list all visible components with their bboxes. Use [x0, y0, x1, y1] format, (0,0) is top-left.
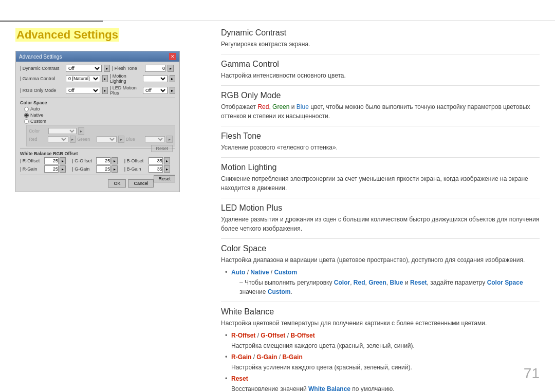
- divider-2: [221, 85, 540, 86]
- section-motion-lighting: Motion Lighting Снижение потребления эле…: [221, 163, 540, 193]
- link-blue2: Blue: [390, 279, 403, 286]
- sub-rgb-gain: Настройка усиления каждого цвета (красны…: [231, 363, 540, 372]
- bullet-rgb-offset: R-Offset / G-Offset / B-Offset Настройка…: [225, 331, 540, 350]
- section-flesh-tone: Flesh Tone Усиление розового «телесного …: [221, 132, 540, 152]
- label-rgb-only-mode: | RGB Only Mode: [20, 88, 64, 93]
- input-g-gain[interactable]: [96, 165, 110, 173]
- section-gamma-control: Gamma Control Настройка интенсивности ос…: [221, 60, 540, 80]
- text-led-motion-plus: Удаление размытия и дрожания из сцен с б…: [221, 215, 540, 233]
- left-column: Advanced Settings Advanced Settings ✕ | …: [15, 28, 211, 192]
- section-dynamic-contrast: Dynamic Contrast Регулировка контраста э…: [221, 28, 540, 49]
- radio-label-custom: Custom: [30, 119, 46, 124]
- arrow-r-offset[interactable]: ▸: [60, 157, 66, 164]
- wb-label-r-offset: | R-Offset: [20, 158, 43, 163]
- text-color-space: Настройка диапазона и вариации цвета (цв…: [221, 255, 540, 265]
- heading-white-balance: White Balance: [221, 307, 540, 316]
- arrow-r-gain[interactable]: ▸: [60, 165, 66, 173]
- radio-input-auto[interactable]: [24, 107, 29, 111]
- text-rgb-only-mode: Отображает Red, Green и Blue цвет, чтобы…: [221, 102, 540, 121]
- dialog-row-1: | Dynamic Contrast Off ▸ | Flesh Tone ▸: [20, 65, 175, 72]
- custom-arrow-green[interactable]: ▸: [118, 136, 124, 143]
- custom-select-color[interactable]: [48, 128, 77, 134]
- color-space-bullets: Auto / Native / Custom – Чтобы выполнить…: [225, 268, 540, 296]
- input-r-offset[interactable]: [44, 157, 59, 164]
- custom-arrow-color[interactable]: ▸: [78, 127, 84, 135]
- bullet-color-space-options: Auto / Native / Custom – Чтобы выполнить…: [225, 268, 540, 296]
- wb-b-offset: | B-Offset ▸: [124, 157, 175, 164]
- radio-native[interactable]: Native: [24, 113, 175, 118]
- label-dynamic-contrast: | Dynamic Contrast: [20, 66, 64, 71]
- arrow-dynamic-contrast[interactable]: ▸: [104, 65, 110, 72]
- radio-input-native[interactable]: [24, 113, 29, 118]
- text-blue: Blue: [297, 103, 309, 110]
- dialog-ok-button[interactable]: OK: [108, 179, 126, 188]
- custom-arrow-red[interactable]: ▸: [70, 136, 76, 143]
- label-gamma-control: | Gamma Control: [20, 76, 64, 81]
- dialog-body: | Dynamic Contrast Off ▸ | Flesh Tone ▸ …: [16, 62, 179, 192]
- radio-input-custom[interactable]: [24, 119, 29, 124]
- divider-7: [221, 302, 540, 302]
- dialog-cancel-button[interactable]: Cancel: [128, 179, 154, 188]
- select-dynamic-contrast[interactable]: Off: [66, 65, 102, 72]
- custom-arrow-blue[interactable]: ▸: [166, 136, 173, 143]
- arrow-g-gain[interactable]: ▸: [112, 165, 118, 173]
- divider-5: [221, 198, 540, 198]
- arrow-motion-lighting[interactable]: ▸: [170, 75, 175, 82]
- right-column: Dynamic Contrast Регулировка контраста э…: [221, 28, 540, 392]
- arrow-b-gain[interactable]: ▸: [164, 165, 170, 173]
- arrow-b-offset[interactable]: ▸: [164, 157, 170, 164]
- divider-4: [221, 157, 540, 158]
- bullet-reset: Reset Восстановление значений White Bala…: [225, 374, 540, 392]
- label-led-motion-plus: | LED Motion Plus: [110, 85, 141, 96]
- link-red2: Red: [354, 279, 365, 286]
- label-flesh-tone: | Flesh Tone: [112, 66, 143, 71]
- page-number: 71: [524, 365, 540, 382]
- arrow-g-offset[interactable]: ▸: [112, 157, 118, 164]
- divider-6: [221, 238, 540, 239]
- custom-select-blue[interactable]: [145, 136, 165, 142]
- input-flesh-tone[interactable]: [145, 65, 165, 72]
- link-b-gain: B-Gain: [282, 353, 302, 361]
- input-r-gain[interactable]: [44, 165, 59, 173]
- arrow-gamma-control[interactable]: ▸: [102, 75, 108, 82]
- divider-1: [221, 54, 540, 54]
- select-gamma-control[interactable]: 0 [Natural]: [66, 75, 100, 82]
- arrow-led-motion-plus[interactable]: ▸: [170, 87, 175, 94]
- link-green2: Green: [368, 279, 386, 286]
- link-color: Color: [334, 279, 350, 286]
- custom-row-rgb: Red ▸ Green ▸ Blue ▸: [29, 136, 173, 143]
- radio-custom[interactable]: Custom: [24, 119, 175, 124]
- custom-reset-button[interactable]: Reset: [151, 145, 173, 152]
- wb-label-b-gain: | B-Gain: [124, 166, 147, 172]
- wb-offset-grid: | R-Offset ▸ | G-Offset ▸ | B-Offset ▸ |…: [20, 157, 175, 173]
- link-wb: White Balance: [308, 385, 350, 392]
- wb-reset-button[interactable]: Reset: [154, 175, 175, 182]
- select-motion-lighting[interactable]: [143, 75, 168, 82]
- arrow-rgb-only-mode[interactable]: ▸: [102, 87, 108, 94]
- text-auto-link: Auto / Native / Custom: [231, 269, 297, 276]
- heading-gamma-control: Gamma Control: [221, 60, 540, 69]
- heading-rgb-only-mode: RGB Only Mode: [221, 91, 540, 100]
- select-led-motion-plus[interactable]: Off: [143, 87, 168, 94]
- select-rgb-only-mode[interactable]: Off: [66, 87, 100, 94]
- dialog-close-button[interactable]: ✕: [169, 53, 176, 60]
- radio-label-auto: Auto: [30, 106, 40, 111]
- arrow-flesh-tone[interactable]: ▸: [168, 65, 174, 72]
- radio-auto[interactable]: Auto: [24, 106, 175, 111]
- input-g-offset[interactable]: [96, 157, 110, 164]
- section-rgb-only-mode: RGB Only Mode Отображает Red, Green и Bl…: [221, 91, 540, 121]
- wb-g-gain: | G-Gain ▸: [72, 165, 123, 173]
- section-color-space: Color Space Настройка диапазона и вариац…: [221, 244, 540, 296]
- link-r-offset: R-Offset: [231, 332, 255, 339]
- radio-label-native: Native: [30, 113, 44, 118]
- custom-select-green[interactable]: [97, 136, 117, 142]
- input-b-offset[interactable]: [149, 157, 163, 164]
- dialog-title: Advanced Settings: [19, 54, 62, 60]
- section-white-balance: White Balance Настройка цветовой темпера…: [221, 307, 540, 392]
- wb-label-b-offset: | B-Offset: [124, 158, 147, 163]
- text-gamma-control: Настройка интенсивности основного цвета.: [221, 71, 540, 80]
- wb-r-offset: | R-Offset ▸: [20, 157, 71, 164]
- input-b-gain[interactable]: [149, 165, 163, 173]
- custom-select-red[interactable]: [48, 136, 68, 142]
- text-green: Green: [272, 103, 289, 110]
